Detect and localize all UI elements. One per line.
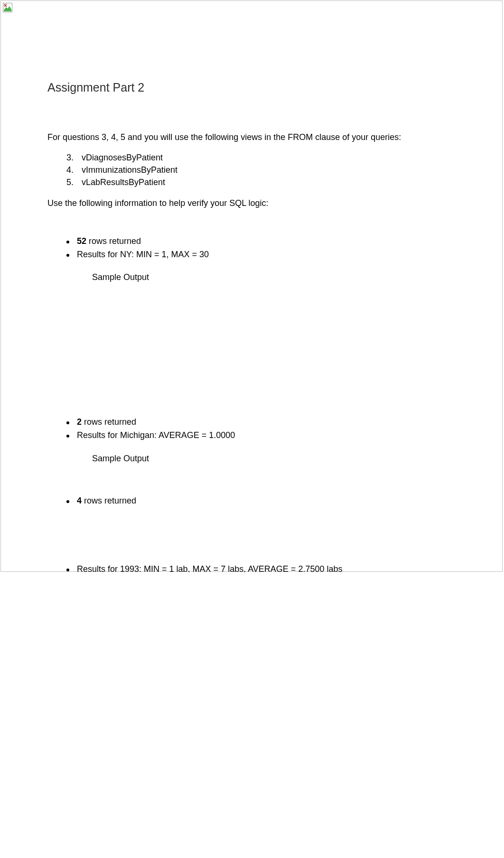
rows-text: rows returned xyxy=(86,236,141,246)
list-item: 5. vLabResultsByPatient xyxy=(66,176,456,188)
result-block-4: Results for 1993: MIN = 1 lab, MAX = 7 l… xyxy=(66,563,456,572)
result-detail: Results for NY: MIN = 1, MAX = 30 xyxy=(77,250,209,259)
result-detail: Results for 1993: MIN = 1 lab, MAX = 7 l… xyxy=(77,564,342,572)
view-name: vImmunizationsByPatient xyxy=(82,164,177,176)
view-name: vLabResultsByPatient xyxy=(82,176,165,188)
result-detail: Results for Michigan: AVERAGE = 1.0000 xyxy=(77,430,235,440)
sample-output-label: Sample Output xyxy=(92,272,456,282)
broken-image-icon xyxy=(3,3,12,12)
verify-paragraph: Use the following information to help ve… xyxy=(47,197,456,209)
list-item: 2 rows returned xyxy=(66,416,456,428)
list-number: 4. xyxy=(66,164,82,176)
list-item: Results for Michigan: AVERAGE = 1.0000 xyxy=(66,429,456,441)
result-block-3: 4 rows returned xyxy=(66,495,456,507)
intro-paragraph: For questions 3, 4, 5 and you will use t… xyxy=(47,131,456,143)
sample-output-label: Sample Output xyxy=(92,454,456,464)
rows-count: 4 xyxy=(77,496,82,505)
list-number: 3. xyxy=(66,151,82,164)
document-page: Assignment Part 2 For questions 3, 4, 5 … xyxy=(0,0,503,572)
list-item: 3. vDiagnosesByPatient xyxy=(66,151,456,164)
page-title: Assignment Part 2 xyxy=(47,81,456,94)
rows-count: 2 xyxy=(77,417,82,427)
list-item: 52 rows returned xyxy=(66,235,456,247)
rows-text: rows returned xyxy=(82,417,136,427)
views-list: 3. vDiagnosesByPatient 4. vImmunizations… xyxy=(66,151,456,188)
list-item: 4. vImmunizationsByPatient xyxy=(66,164,456,176)
rows-text: rows returned xyxy=(82,496,136,505)
list-number: 5. xyxy=(66,176,82,188)
rows-count: 52 xyxy=(77,236,86,246)
list-item: 4 rows returned xyxy=(66,495,456,507)
result-block-2: 2 rows returned Results for Michigan: AV… xyxy=(66,416,456,441)
document-body: Assignment Part 2 For questions 3, 4, 5 … xyxy=(47,81,456,572)
list-item: Results for 1993: MIN = 1 lab, MAX = 7 l… xyxy=(66,563,456,572)
result-block-1: 52 rows returned Results for NY: MIN = 1… xyxy=(66,235,456,261)
list-item: Results for NY: MIN = 1, MAX = 30 xyxy=(66,249,456,261)
view-name: vDiagnosesByPatient xyxy=(82,151,163,164)
